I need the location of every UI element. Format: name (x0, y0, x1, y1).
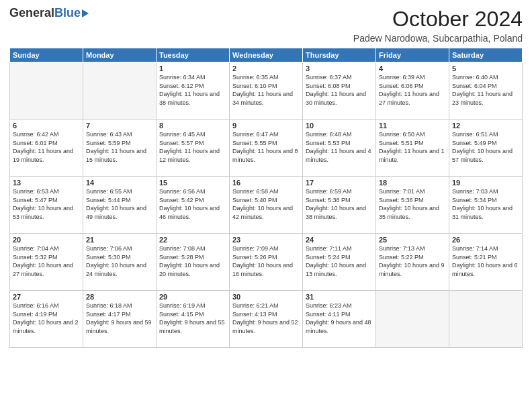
col-thursday: Thursday (303, 48, 376, 62)
day-number: 18 (379, 179, 446, 187)
day-number: 2 (232, 64, 300, 73)
day-info: Sunrise: 6:58 AM Sunset: 5:40 PM Dayligh… (232, 187, 300, 221)
day-number: 27 (13, 293, 80, 301)
table-row: 11Sunrise: 6:50 AM Sunset: 5:51 PM Dayli… (376, 120, 449, 177)
day-number: 16 (232, 179, 300, 187)
calendar-row-1: 6Sunrise: 6:42 AM Sunset: 6:01 PM Daylig… (10, 120, 523, 177)
day-number: 26 (452, 236, 519, 244)
day-number: 6 (13, 122, 80, 130)
day-number: 15 (159, 179, 226, 187)
calendar-row-3: 20Sunrise: 7:04 AM Sunset: 5:32 PM Dayli… (10, 234, 523, 291)
day-number: 25 (379, 236, 446, 244)
calendar-row-0: 1Sunrise: 6:34 AM Sunset: 6:12 PM Daylig… (10, 62, 523, 120)
table-row: 26Sunrise: 7:14 AM Sunset: 5:21 PM Dayli… (449, 234, 523, 291)
calendar-table: Sunday Monday Tuesday Wednesday Thursday… (9, 48, 523, 348)
header: General Blue October 2024 Padew Narodowa… (9, 7, 523, 44)
day-number: 28 (86, 293, 153, 301)
title-block: October 2024 Padew Narodowa, Subcarpathi… (353, 7, 523, 44)
day-number: 1 (159, 64, 226, 73)
table-row: 24Sunrise: 7:11 AM Sunset: 5:24 PM Dayli… (303, 234, 376, 291)
day-info: Sunrise: 6:47 AM Sunset: 5:55 PM Dayligh… (232, 130, 300, 164)
day-info: Sunrise: 6:19 AM Sunset: 4:15 PM Dayligh… (159, 302, 226, 335)
table-row: 25Sunrise: 7:13 AM Sunset: 5:22 PM Dayli… (376, 234, 449, 291)
day-number: 9 (232, 122, 300, 130)
page: General Blue October 2024 Padew Narodowa… (0, 0, 532, 411)
table-row: 13Sunrise: 6:53 AM Sunset: 5:47 PM Dayli… (10, 177, 83, 234)
day-number: 7 (86, 122, 153, 130)
table-row: 3Sunrise: 6:37 AM Sunset: 6:08 PM Daylig… (303, 62, 376, 120)
table-row: 28Sunrise: 6:18 AM Sunset: 4:17 PM Dayli… (83, 291, 157, 348)
logo-general: General (9, 7, 54, 19)
day-info: Sunrise: 6:37 AM Sunset: 6:08 PM Dayligh… (306, 73, 373, 107)
table-row: 22Sunrise: 7:08 AM Sunset: 5:28 PM Dayli… (157, 234, 230, 291)
day-number: 24 (306, 236, 373, 244)
day-info: Sunrise: 6:35 AM Sunset: 6:10 PM Dayligh… (232, 73, 300, 107)
table-row: 17Sunrise: 6:59 AM Sunset: 5:38 PM Dayli… (303, 177, 376, 234)
day-info: Sunrise: 6:39 AM Sunset: 6:06 PM Dayligh… (379, 73, 446, 107)
day-info: Sunrise: 6:16 AM Sunset: 4:19 PM Dayligh… (13, 302, 80, 335)
col-tuesday: Tuesday (157, 48, 230, 62)
day-info: Sunrise: 6:45 AM Sunset: 5:57 PM Dayligh… (159, 130, 226, 164)
day-number: 4 (379, 64, 446, 73)
day-info: Sunrise: 7:13 AM Sunset: 5:22 PM Dayligh… (379, 244, 446, 278)
table-row: 19Sunrise: 7:03 AM Sunset: 5:34 PM Dayli… (449, 177, 523, 234)
day-info: Sunrise: 6:21 AM Sunset: 4:13 PM Dayligh… (232, 302, 300, 335)
table-row: 2Sunrise: 6:35 AM Sunset: 6:10 PM Daylig… (230, 62, 303, 120)
day-number: 19 (452, 179, 519, 187)
table-row: 23Sunrise: 7:09 AM Sunset: 5:26 PM Dayli… (230, 234, 303, 291)
day-info: Sunrise: 7:14 AM Sunset: 5:21 PM Dayligh… (452, 244, 519, 278)
month-title: October 2024 (353, 7, 523, 32)
table-row (10, 62, 83, 120)
day-info: Sunrise: 7:03 AM Sunset: 5:34 PM Dayligh… (452, 187, 519, 221)
calendar-row-2: 13Sunrise: 6:53 AM Sunset: 5:47 PM Dayli… (10, 177, 523, 234)
day-info: Sunrise: 7:01 AM Sunset: 5:36 PM Dayligh… (379, 187, 446, 221)
day-info: Sunrise: 7:06 AM Sunset: 5:30 PM Dayligh… (86, 244, 153, 278)
table-row: 9Sunrise: 6:47 AM Sunset: 5:55 PM Daylig… (230, 120, 303, 177)
day-info: Sunrise: 6:56 AM Sunset: 5:42 PM Dayligh… (159, 187, 226, 221)
table-row: 5Sunrise: 6:40 AM Sunset: 6:04 PM Daylig… (449, 62, 523, 120)
day-info: Sunrise: 6:40 AM Sunset: 6:04 PM Dayligh… (452, 73, 519, 107)
day-info: Sunrise: 6:59 AM Sunset: 5:38 PM Dayligh… (306, 187, 373, 221)
table-row: 30Sunrise: 6:21 AM Sunset: 4:13 PM Dayli… (230, 291, 303, 348)
col-friday: Friday (376, 48, 449, 62)
day-info: Sunrise: 7:11 AM Sunset: 5:24 PM Dayligh… (306, 244, 373, 278)
logo-blue: Blue (54, 7, 81, 19)
col-saturday: Saturday (449, 48, 523, 62)
day-number: 17 (306, 179, 373, 187)
logo-arrow-icon (82, 9, 89, 17)
table-row: 6Sunrise: 6:42 AM Sunset: 6:01 PM Daylig… (10, 120, 83, 177)
table-row: 12Sunrise: 6:51 AM Sunset: 5:49 PM Dayli… (449, 120, 523, 177)
table-row: 20Sunrise: 7:04 AM Sunset: 5:32 PM Dayli… (10, 234, 83, 291)
table-row: 1Sunrise: 6:34 AM Sunset: 6:12 PM Daylig… (157, 62, 230, 120)
table-row: 21Sunrise: 7:06 AM Sunset: 5:30 PM Dayli… (83, 234, 157, 291)
day-number: 12 (452, 122, 519, 130)
table-row: 7Sunrise: 6:43 AM Sunset: 5:59 PM Daylig… (83, 120, 157, 177)
day-info: Sunrise: 7:04 AM Sunset: 5:32 PM Dayligh… (13, 244, 80, 278)
calendar-header-row: Sunday Monday Tuesday Wednesday Thursday… (10, 48, 523, 62)
col-monday: Monday (83, 48, 157, 62)
day-number: 22 (159, 236, 226, 244)
table-row (83, 62, 157, 120)
day-info: Sunrise: 6:53 AM Sunset: 5:47 PM Dayligh… (13, 187, 80, 221)
table-row: 29Sunrise: 6:19 AM Sunset: 4:15 PM Dayli… (157, 291, 230, 348)
table-row: 8Sunrise: 6:45 AM Sunset: 5:57 PM Daylig… (157, 120, 230, 177)
day-info: Sunrise: 7:08 AM Sunset: 5:28 PM Dayligh… (159, 244, 226, 278)
day-info: Sunrise: 6:48 AM Sunset: 5:53 PM Dayligh… (306, 130, 373, 164)
day-info: Sunrise: 7:09 AM Sunset: 5:26 PM Dayligh… (232, 244, 300, 278)
day-number: 31 (306, 293, 373, 301)
day-info: Sunrise: 6:23 AM Sunset: 4:11 PM Dayligh… (306, 302, 373, 335)
col-sunday: Sunday (10, 48, 83, 62)
table-row: 14Sunrise: 6:55 AM Sunset: 5:44 PM Dayli… (83, 177, 157, 234)
day-info: Sunrise: 6:55 AM Sunset: 5:44 PM Dayligh… (86, 187, 153, 221)
table-row: 18Sunrise: 7:01 AM Sunset: 5:36 PM Dayli… (376, 177, 449, 234)
table-row (449, 291, 523, 348)
table-row: 4Sunrise: 6:39 AM Sunset: 6:06 PM Daylig… (376, 62, 449, 120)
day-number: 14 (86, 179, 153, 187)
day-number: 21 (86, 236, 153, 244)
day-info: Sunrise: 6:51 AM Sunset: 5:49 PM Dayligh… (452, 130, 519, 164)
day-info: Sunrise: 6:50 AM Sunset: 5:51 PM Dayligh… (379, 130, 446, 164)
day-info: Sunrise: 6:18 AM Sunset: 4:17 PM Dayligh… (86, 302, 153, 335)
day-number: 20 (13, 236, 80, 244)
table-row: 31Sunrise: 6:23 AM Sunset: 4:11 PM Dayli… (303, 291, 376, 348)
day-number: 5 (452, 64, 519, 73)
